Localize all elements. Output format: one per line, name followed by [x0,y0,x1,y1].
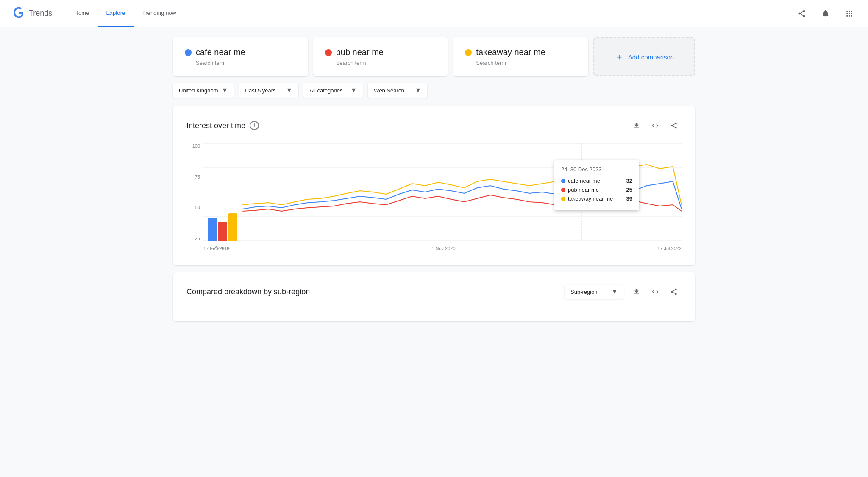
breakdown-actions: Sub-region ▼ [565,284,682,299]
breakdown-section: Compared breakdown by sub-region Sub-reg… [173,272,695,321]
apps-button[interactable] [841,5,858,22]
chart-tooltip: 24–30 Dec 2023 cafe near me 32 pub near … [554,160,639,210]
filter-category-value: All categories [309,87,342,94]
tooltip-cafe-value: 32 [626,178,632,184]
tooltip-date: 24–30 Dec 2023 [561,166,632,173]
section-title-row: Interest over time i [186,121,259,130]
tooltip-takeaway-dot [561,197,565,201]
interest-section: Interest over time i [173,106,695,265]
section-header: Interest over time i [186,118,682,133]
breakdown-embed-button[interactable] [648,284,663,299]
chevron-search-type-icon: ▼ [415,86,422,94]
breakdown-download-icon [633,288,640,296]
share-section-button[interactable] [666,118,682,133]
takeaway-dot [465,49,472,56]
filters-row: United Kingdom ▼ Past 5 years ▼ All cate… [173,83,695,98]
chevron-category-icon: ▼ [351,86,357,94]
chart-area: 100 75 50 25 NOTE [186,143,682,254]
main-content: cafe near me Search term pub near me Sea… [163,27,705,338]
avg-bar-cafe [208,218,217,241]
y-label-50: 50 [195,205,200,210]
section-actions [629,118,682,133]
download-button[interactable] [629,118,644,133]
search-term-card-cafe[interactable]: cafe near me Search term [173,37,308,76]
download-icon [633,122,640,129]
breakdown-embed-icon [651,288,659,296]
chevron-period-icon: ▼ [286,86,293,94]
search-term-card-pub[interactable]: pub near me Search term [313,37,448,76]
logo[interactable]: Trends [10,5,52,22]
x-label-1: 1 Nov 2020 [431,246,455,251]
breakdown-icon-actions [629,284,682,299]
notifications-icon [821,9,830,18]
tooltip-takeaway-label: takeaway near me [568,195,613,202]
x-label-2: 17 Jul 2022 [657,246,682,251]
pub-title: pub near me [336,47,384,57]
tooltip-row-cafe: cafe near me 32 [561,178,632,184]
filter-region-value: United Kingdom [179,87,218,94]
y-label-25: 25 [195,236,200,241]
y-axis: 100 75 50 25 [186,143,203,241]
nav-home[interactable]: Home [66,0,97,27]
avg-bars [208,203,237,241]
search-terms-row: cafe near me Search term pub near me Sea… [173,37,695,76]
pub-subtitle: Search term [336,60,437,66]
takeaway-title: takeaway near me [476,47,545,57]
tooltip-pub-dot [561,188,565,192]
tooltip-row-takeaway: takeaway near me 39 [561,195,632,202]
add-comparison-card[interactable]: ＋ Add comparison [593,37,695,76]
header-actions [793,5,858,22]
takeaway-subtitle: Search term [476,60,576,66]
tooltip-cafe-label: cafe near me [568,178,600,184]
tooltip-pub-label: pub near me [568,187,599,193]
main-nav: Home Explore Trending now [66,0,793,27]
tooltip-pub-value: 25 [626,187,632,193]
cafe-title: cafe near me [196,47,245,57]
search-term-card-takeaway[interactable]: takeaway near me Search term [453,37,588,76]
nav-explore[interactable]: Explore [98,0,134,27]
breakdown-share-icon [670,288,678,296]
avg-bar-takeaway [228,213,237,241]
filter-period-value: Past 5 years [245,87,275,94]
filter-region[interactable]: United Kingdom ▼ [173,83,234,98]
cafe-dot [185,49,192,56]
y-label-75: 75 [195,174,200,179]
filter-search-type[interactable]: Web Search ▼ [368,83,427,98]
y-label-100: 100 [192,143,200,148]
share-section-icon [670,122,678,129]
breakdown-title: Compared breakdown by sub-region [186,287,310,296]
tooltip-takeaway-value: 39 [626,195,632,202]
x-label-0: 17 Feb 2019 [203,246,230,251]
share-icon [798,9,806,18]
sub-region-label: Sub-region [570,289,598,295]
add-comparison-label: Add comparison [628,53,674,61]
chevron-region-icon: ▼ [222,86,228,94]
filter-category[interactable]: All categories ▼ [303,83,363,98]
breakdown-header: Compared breakdown by sub-region Sub-reg… [186,284,682,299]
breakdown-download-button[interactable] [629,284,644,299]
embed-button[interactable] [648,118,663,133]
breakdown-share-button[interactable] [666,284,682,299]
filter-period[interactable]: Past 5 years ▼ [239,83,298,98]
nav-trending[interactable]: Trending now [134,0,185,27]
plus-icon: ＋ [615,50,624,63]
apps-icon [845,9,854,18]
notifications-button[interactable] [817,5,834,22]
pub-dot [325,49,332,56]
embed-icon [651,122,659,129]
sub-region-select[interactable]: Sub-region ▼ [565,285,624,299]
filter-search-type-value: Web Search [374,87,404,94]
chevron-sub-region-icon: ▼ [611,288,618,296]
info-icon[interactable]: i [250,121,259,130]
tooltip-row-pub: pub near me 25 [561,187,632,193]
logo-text: Trends [29,9,52,18]
x-axis: 17 Feb 2019 1 Nov 2020 17 Jul 2022 [203,243,682,254]
tooltip-cafe-dot [561,179,565,183]
share-button[interactable] [793,5,810,22]
google-g-icon [10,5,27,22]
header: Trends Home Explore Trending now [0,0,868,27]
avg-bar-pub [218,222,227,241]
interest-title: Interest over time [186,121,245,130]
cafe-subtitle: Search term [196,60,296,66]
